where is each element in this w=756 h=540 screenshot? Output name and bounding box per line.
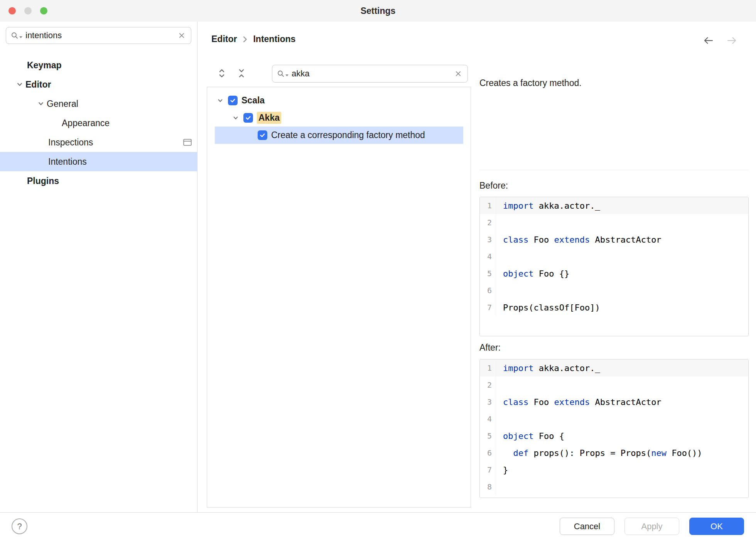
code-line: 1import akka.actor._ <box>480 359 748 376</box>
settings-window: Settings Keymap Editor <box>0 0 756 540</box>
sidebar-item-general[interactable]: General <box>0 94 197 113</box>
apply-button[interactable]: Apply <box>624 518 679 535</box>
sidebar-item-editor[interactable]: Editor <box>0 75 197 94</box>
sidebar-item-label: Intentions <box>48 157 87 167</box>
sidebar-item-label: Editor <box>25 79 51 90</box>
tree-toolbar <box>217 68 246 78</box>
code-line: 4 <box>480 410 748 427</box>
before-code-block: 1import akka.actor._23class Foo extends … <box>479 197 749 336</box>
code-line: 2 <box>480 214 748 231</box>
expand-all-icon[interactable] <box>217 68 227 78</box>
code-line: 4 <box>480 248 748 265</box>
search-options-caret-icon <box>285 74 289 76</box>
scala-checkbox[interactable] <box>228 96 238 105</box>
tree-item-factory-method[interactable]: Create a corresponding factory method <box>215 127 463 144</box>
content: Keymap Editor General Appearance Inspect… <box>0 22 756 512</box>
code-line: 2 <box>480 376 748 393</box>
code-line: 6 <box>480 282 748 299</box>
chevron-down-icon[interactable] <box>37 100 47 108</box>
tree-item-label: Akka <box>257 112 281 124</box>
intentions-search-box[interactable] <box>272 65 468 83</box>
breadcrumb-editor[interactable]: Editor <box>211 34 237 44</box>
sidebar-item-intentions[interactable]: Intentions <box>0 152 197 171</box>
intentions-tree: Scala Akka Create a corresponding factor… <box>207 87 471 508</box>
tree-item-label: Create a corresponding factory method <box>271 130 425 140</box>
collapse-all-icon[interactable] <box>236 68 246 78</box>
code-line: 6 def props(): Props = Props(new Foo()) <box>480 444 748 461</box>
code-line: 7} <box>480 461 748 478</box>
chevron-down-icon[interactable] <box>15 80 25 89</box>
close-button[interactable] <box>8 7 16 15</box>
sidebar-item-appearance[interactable]: Appearance <box>0 113 197 133</box>
search-options-caret-icon <box>19 36 22 38</box>
code-line: 3class Foo extends AbstractActor <box>480 393 748 410</box>
window-controls <box>8 7 47 15</box>
clear-search-icon[interactable] <box>177 31 186 40</box>
tree-item-scala[interactable]: Scala <box>207 92 471 109</box>
inspections-profile-icon <box>183 138 192 146</box>
help-button[interactable]: ? <box>12 518 27 534</box>
sidebar-item-label: Inspections <box>48 137 93 148</box>
window-title: Settings <box>361 6 396 16</box>
back-arrow-icon[interactable] <box>703 35 714 46</box>
settings-search-box[interactable] <box>6 27 191 44</box>
sidebar-item-label: Plugins <box>27 176 59 186</box>
code-line: 3class Foo extends AbstractActor <box>480 231 748 248</box>
clear-search-icon[interactable] <box>454 69 463 78</box>
sidebar-item-label: General <box>47 99 78 109</box>
cancel-button[interactable]: Cancel <box>560 518 614 535</box>
section-divider <box>479 170 749 170</box>
settings-search-input[interactable] <box>22 30 177 40</box>
intentions-search-input[interactable] <box>289 69 454 79</box>
tree-item-label: Scala <box>241 95 265 106</box>
before-label: Before: <box>479 181 508 191</box>
minimize-button[interactable] <box>24 7 32 15</box>
zoom-button[interactable] <box>40 7 47 15</box>
title-bar: Settings <box>0 0 756 22</box>
help-label: ? <box>17 521 22 532</box>
code-line: 5object Foo { <box>480 427 748 444</box>
sidebar-item-inspections[interactable]: Inspections <box>0 133 197 152</box>
intentions-page: Editor Intentions <box>198 22 756 512</box>
sidebar-item-keymap[interactable]: Keymap <box>0 56 197 75</box>
code-line: 7Props(classOf[Foo]) <box>480 299 748 316</box>
intention-description: Creates a factory method. <box>479 78 582 88</box>
code-line: 5object Foo {} <box>480 265 748 282</box>
breadcrumb: Editor Intentions <box>211 34 295 44</box>
settings-sidebar: Keymap Editor General Appearance Inspect… <box>0 22 197 512</box>
chevron-down-icon[interactable] <box>216 97 224 105</box>
sidebar-item-plugins[interactable]: Plugins <box>0 171 197 191</box>
ok-button[interactable]: OK <box>689 518 744 535</box>
code-line: 8 <box>480 478 748 495</box>
sidebar-item-label: Keymap <box>27 60 61 71</box>
footer-buttons: Cancel Apply OK <box>560 518 744 535</box>
chevron-down-icon[interactable] <box>232 114 240 122</box>
breadcrumb-separator-icon <box>242 35 248 43</box>
code-line: 1import akka.actor._ <box>480 197 748 214</box>
factory-method-checkbox[interactable] <box>258 130 267 140</box>
settings-nav: Keymap Editor General Appearance Inspect… <box>0 56 197 191</box>
breadcrumb-intentions[interactable]: Intentions <box>253 34 295 44</box>
forward-arrow-icon[interactable] <box>726 35 737 46</box>
search-icon <box>277 70 285 78</box>
sidebar-item-label: Appearance <box>62 118 110 128</box>
search-icon <box>11 32 19 39</box>
after-label: After: <box>479 343 501 353</box>
after-code-block: 1import akka.actor._23class Foo extends … <box>479 359 749 498</box>
dialog-footer: ? Cancel Apply OK <box>0 512 756 540</box>
akka-checkbox[interactable] <box>243 113 253 123</box>
history-nav <box>703 35 737 46</box>
tree-item-akka[interactable]: Akka <box>207 109 471 127</box>
